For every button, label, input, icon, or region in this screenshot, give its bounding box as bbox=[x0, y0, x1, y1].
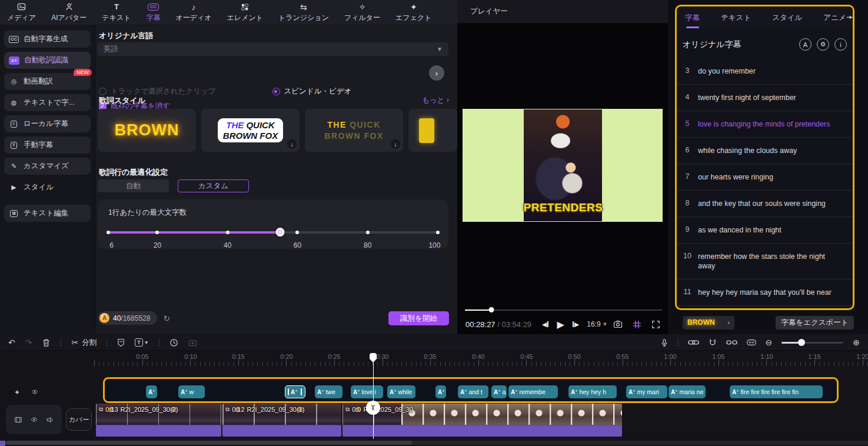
subtitle-track-selected[interactable]: w twe love i while and t a remembe hey h… bbox=[103, 377, 839, 403]
auto-translate-icon[interactable]: A bbox=[799, 38, 812, 51]
delete-icon[interactable] bbox=[42, 338, 51, 347]
tab-subtitles[interactable]: 字幕 bbox=[685, 13, 700, 23]
split-button[interactable]: ✂ 分割 bbox=[71, 338, 97, 348]
undo-icon[interactable]: ↶ bbox=[8, 338, 15, 347]
tab-text[interactable]: テキスト bbox=[721, 13, 751, 23]
marker-icon[interactable] bbox=[117, 338, 125, 347]
tab-style[interactable]: スタイル bbox=[772, 13, 802, 23]
slider-handle[interactable] bbox=[276, 228, 285, 237]
video-clip-3[interactable]: ⧉0:0R2I_2025_09_30 bbox=[342, 404, 622, 437]
subtitle-clip[interactable]: while bbox=[387, 385, 415, 398]
unlink-clips-icon[interactable] bbox=[726, 339, 737, 346]
snapshot-icon[interactable] bbox=[613, 319, 623, 329]
timeline-scrollbar[interactable] bbox=[0, 441, 868, 445]
zoom-in-icon[interactable]: ⊕ bbox=[853, 338, 860, 347]
language-select[interactable]: 英語 ▼ bbox=[98, 42, 448, 56]
tab-audio[interactable]: ♪ オーディオ bbox=[175, 2, 211, 23]
subtitle-track-style-icon[interactable]: ✦ bbox=[14, 388, 20, 397]
video-track-eye-icon[interactable] bbox=[30, 416, 38, 423]
info-icon[interactable]: i bbox=[834, 38, 847, 51]
style-card-yellow[interactable]: THE QUICK BROWN FOX ↓ bbox=[305, 109, 403, 152]
tab-element[interactable]: エレメント bbox=[227, 2, 263, 23]
auto-button[interactable]: 自動 bbox=[98, 179, 169, 192]
subtitle-clip[interactable]: fire fire fire fire fire fin bbox=[730, 385, 823, 398]
more-link[interactable]: もっと › bbox=[422, 95, 449, 105]
redo-icon[interactable]: ↷ bbox=[25, 338, 32, 347]
start-recognition-button[interactable]: 識別を開始 bbox=[388, 311, 449, 325]
cover-button[interactable]: カバー bbox=[66, 408, 92, 431]
subtitle-clip-selected[interactable] bbox=[285, 385, 305, 398]
subtitle-row[interactable]: 11hey hey hey maria say that you'll be n… bbox=[677, 279, 853, 306]
playhead-scissors-icon[interactable]: ✂ bbox=[366, 401, 380, 415]
radio-spindle-video[interactable]: スピンドル・ビデオ bbox=[272, 86, 352, 96]
custom-button[interactable]: カスタム bbox=[178, 179, 249, 192]
export-subtitles-button[interactable]: 字幕をエクスポート bbox=[776, 316, 854, 329]
voiceover-mic-icon[interactable] bbox=[660, 338, 669, 347]
max-chars-slider[interactable] bbox=[108, 228, 438, 237]
tab-filter[interactable]: ✧ フィルター bbox=[344, 2, 380, 23]
next-frame-button[interactable]: ▶ bbox=[572, 321, 579, 328]
current-style-button[interactable]: BROWN › bbox=[683, 316, 734, 329]
tab-text[interactable]: T テキスト bbox=[102, 2, 131, 23]
timeline-ruler[interactable]: 0:05 0:10 0:15 0:20 0:25 0:30 0:35 0:40 … bbox=[94, 353, 868, 366]
add-text-icon[interactable]: T▼ bbox=[135, 338, 148, 347]
subtitle-row[interactable]: 4twenty first night of september bbox=[677, 85, 853, 111]
seek-bar[interactable] bbox=[465, 308, 662, 312]
subtitle-clip[interactable]: w bbox=[178, 385, 205, 398]
style-card-partial[interactable] bbox=[408, 109, 457, 152]
cards-next-button[interactable]: › bbox=[429, 65, 444, 81]
timeline-zoom-slider[interactable] bbox=[781, 339, 843, 346]
subtitle-row[interactable]: 6while chasing the clouds away bbox=[677, 138, 853, 164]
video-preview[interactable]: PRETENDERS bbox=[463, 109, 663, 222]
tab-transition[interactable]: ⇆ トランジション bbox=[278, 2, 329, 23]
fullscreen-icon[interactable] bbox=[650, 319, 661, 329]
sidebar-item-local-subtitle[interactable]: ≡ ローカル字幕 bbox=[4, 115, 91, 132]
style-card-sticker[interactable]: THE QUICK BROWN FOX ↓ bbox=[201, 109, 300, 152]
subtitle-clip[interactable]: twe bbox=[315, 385, 342, 398]
tab-media[interactable]: メディア bbox=[7, 2, 36, 23]
subtitle-clip[interactable]: maria ne bbox=[669, 385, 706, 398]
subtitle-clip[interactable]: and t bbox=[458, 385, 488, 398]
subtitle-row[interactable]: 8and the key that our souls were singing bbox=[677, 191, 853, 217]
sidebar-item-text-to-subtitle[interactable]: ◍ テキストで字... bbox=[4, 94, 91, 111]
subtitle-track-eye-icon[interactable] bbox=[31, 388, 39, 397]
seek-handle[interactable] bbox=[488, 307, 494, 312]
sidebar-item-video-translate[interactable]: ◎ 動画翻訳 NEW bbox=[4, 73, 91, 90]
sidebar-item-style[interactable]: ▶ スタイル bbox=[4, 179, 91, 196]
subtitle-clip[interactable] bbox=[435, 385, 446, 398]
sidebar-item-auto-subtitle[interactable]: CC 自動字幕生成 bbox=[4, 31, 91, 48]
tabs-overflow-chevron[interactable]: › bbox=[849, 12, 852, 21]
link-clips-icon[interactable] bbox=[688, 339, 699, 346]
video-track-mute-icon[interactable] bbox=[46, 416, 54, 424]
subtitle-clip[interactable]: a bbox=[491, 385, 507, 398]
tab-ai-avatar[interactable]: AIアバター bbox=[51, 2, 87, 23]
previous-frame-button[interactable]: ◀ bbox=[542, 321, 549, 328]
tab-effect[interactable]: ✦ エフェクト bbox=[395, 2, 431, 23]
sidebar-item-text-edit[interactable]: ⊠ テキスト編集 bbox=[4, 205, 91, 222]
settings-icon[interactable]: ⚙ bbox=[817, 38, 829, 51]
subtitle-row[interactable]: 7our hearts were ringing bbox=[677, 164, 853, 191]
subtitle-clip[interactable]: hey hey h bbox=[568, 385, 617, 398]
magnet-snap-icon[interactable] bbox=[709, 338, 717, 347]
subtitle-row[interactable]: 10remember how the stars stole the night… bbox=[677, 244, 853, 279]
render-preview-icon[interactable] bbox=[188, 338, 197, 347]
subtitle-row[interactable]: 3do you remember bbox=[677, 58, 853, 85]
play-button[interactable]: ▶ bbox=[557, 319, 564, 330]
video-clip-2[interactable]: ⧉0:12R2I_2025_09_30(1) bbox=[222, 404, 341, 437]
subtitle-row-active[interactable]: 5love is changing the minds of pretender… bbox=[677, 111, 853, 138]
scrollbar-handle[interactable] bbox=[6, 441, 412, 445]
refresh-icon[interactable]: ↻ bbox=[163, 314, 170, 323]
subtitle-clip[interactable]: remembe bbox=[508, 385, 558, 398]
speed-icon[interactable] bbox=[169, 338, 178, 347]
sidebar-item-lyrics-recognition[interactable]: ≡+ 自動歌詞認識 bbox=[4, 52, 91, 69]
subtitle-row[interactable]: 9as we danced in the night bbox=[677, 217, 853, 244]
zoom-out-icon[interactable]: ⊖ bbox=[766, 338, 773, 347]
subtitle-clip[interactable]: love i bbox=[351, 385, 383, 398]
fit-timeline-icon[interactable] bbox=[747, 338, 756, 347]
crop-grid-icon[interactable] bbox=[631, 319, 642, 329]
subtitle-clip[interactable]: my mari bbox=[626, 385, 667, 398]
zoom-slider-handle[interactable] bbox=[798, 339, 805, 346]
sidebar-item-manual-subtitle[interactable]: T 手動字幕 bbox=[4, 137, 91, 154]
subtitle-clip[interactable] bbox=[146, 385, 157, 398]
style-card-brown[interactable]: BROWN bbox=[98, 109, 196, 152]
